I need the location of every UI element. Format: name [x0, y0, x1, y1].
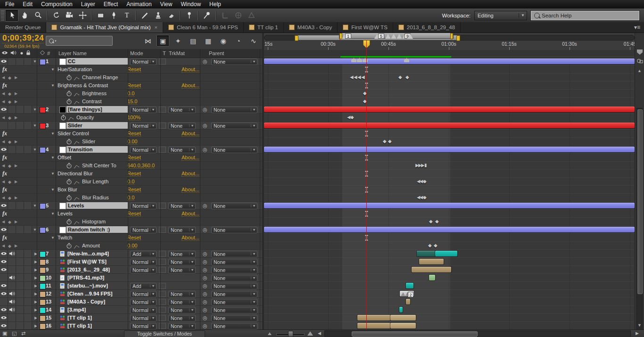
scroll-down-icon[interactable]: ▼	[637, 323, 642, 328]
shape-tool-icon[interactable]	[94, 9, 107, 22]
auto-keyframe-icon[interactable]: ◔	[232, 35, 245, 47]
effect-reset-link[interactable]: Reset	[127, 235, 141, 241]
mode-dropdown[interactable]: Normal▼	[130, 307, 157, 313]
audio-toggle[interactable]	[8, 202, 16, 209]
prev-keyframe-icon[interactable]: ◀	[2, 196, 5, 200]
fx-badge-icon[interactable]: fx	[2, 234, 7, 241]
scroll-up-icon[interactable]: ▲	[637, 68, 642, 73]
trkmat-dropdown[interactable]: None▼	[168, 203, 196, 209]
clone-stamp-tool-icon[interactable]	[151, 9, 165, 22]
effect-name[interactable]: Brightness & Contrast	[58, 82, 108, 88]
prev-keyframe-icon[interactable]: ◀	[2, 91, 5, 96]
lock-toggle[interactable]	[24, 146, 32, 153]
layer-name[interactable]: [TT clip 1]	[67, 315, 92, 321]
layer-duration-bar[interactable]	[412, 267, 451, 272]
expand-layer-switches-icon[interactable]: ▣	[2, 330, 7, 337]
timeline-zoom-thumb[interactable]	[288, 331, 293, 337]
solo-toggle[interactable]	[16, 146, 24, 153]
layer-name[interactable]: Slider	[66, 122, 128, 129]
motion-blur-icon[interactable]: ▦	[202, 35, 215, 47]
effect-reset-link[interactable]: Reset	[127, 211, 141, 217]
mode-dropdown[interactable]: Normal▼	[130, 267, 157, 273]
keyframe[interactable]: ▮	[424, 162, 427, 169]
next-keyframe-icon[interactable]: ▶	[15, 220, 17, 224]
parent-pickwhip-icon[interactable]: ◎	[203, 227, 207, 233]
effect-reset-link[interactable]: Reset	[127, 155, 141, 161]
parent-pickwhip-icon[interactable]: ◎	[203, 291, 207, 297]
effect-name[interactable]: Offset	[58, 155, 71, 160]
expand-toggle[interactable]: ▼	[51, 132, 55, 136]
fx-badge-icon[interactable]: fx	[2, 66, 7, 73]
label-color-chip[interactable]	[40, 307, 46, 313]
audio-toggle[interactable]	[8, 258, 16, 265]
layer-duration-bar[interactable]	[406, 299, 410, 304]
layer-swatch[interactable]	[59, 123, 66, 129]
parent-pickwhip-icon[interactable]: ◎	[203, 315, 207, 321]
layer-duration-bar[interactable]	[390, 323, 416, 329]
tab-tt-clip-1[interactable]: TT clip 1	[244, 22, 284, 33]
audio-toggle[interactable]	[8, 298, 16, 305]
comp-marker-icon[interactable]	[391, 34, 396, 39]
trkmat-dropdown[interactable]: None▼	[168, 323, 196, 329]
current-timecode[interactable]: 0;00;39;24	[2, 33, 44, 43]
zoom-out-icon[interactable]	[268, 332, 272, 335]
layer-name[interactable]: Random twitch :)	[66, 226, 128, 233]
trkmat-dropdown[interactable]: None▼	[168, 259, 196, 265]
parent-dropdown[interactable]: None▼	[211, 147, 257, 153]
pen-tool-icon[interactable]	[107, 9, 120, 22]
effect-name[interactable]: Hue/Saturation	[58, 66, 92, 72]
camera-tool-icon[interactable]	[63, 9, 76, 22]
expand-toggle[interactable]: ▼	[51, 83, 55, 88]
mode-dropdown[interactable]: Normal▼	[130, 147, 157, 153]
label-color-chip[interactable]	[40, 259, 46, 265]
expand-toggle[interactable]: ▼	[33, 123, 37, 128]
rotation-tool-icon[interactable]	[50, 9, 63, 22]
visibility-toggle[interactable]	[0, 202, 8, 209]
parent-pickwhip-icon[interactable]: ◎	[203, 275, 207, 281]
layer-duration-bar[interactable]	[419, 259, 444, 264]
visibility-toggle[interactable]	[0, 106, 8, 113]
layer-name[interactable]: [First W@W TS]	[67, 259, 107, 264]
next-keyframe-icon[interactable]: ▶	[15, 140, 17, 144]
parent-dropdown[interactable]: None▼	[211, 299, 257, 305]
lock-toggle[interactable]	[24, 58, 32, 65]
label-color-chip[interactable]	[40, 275, 46, 281]
effect-name[interactable]: Directional Blur	[58, 171, 93, 176]
label-color-chip[interactable]	[40, 147, 46, 153]
parent-pickwhip-icon[interactable]: ◎	[203, 307, 207, 313]
property-name[interactable]: Brightness	[82, 90, 107, 96]
lock-toggle[interactable]	[24, 122, 32, 129]
keyframe[interactable]: ◆	[398, 74, 402, 81]
label-color-chip[interactable]	[40, 107, 46, 113]
keyframe[interactable]: ◆	[423, 194, 427, 201]
tab-2013-6-8-8-29-48[interactable]: 2013_6_8_8_29_48	[393, 22, 461, 33]
audio-toggle[interactable]	[8, 322, 16, 329]
parent-dropdown[interactable]: None▼	[211, 283, 257, 289]
layer-swatch[interactable]	[59, 203, 66, 209]
label-color-chip[interactable]	[40, 227, 46, 233]
property-value[interactable]: 0.0	[127, 195, 134, 201]
layer-name[interactable]: Transition	[66, 146, 128, 153]
visibility-toggle[interactable]	[0, 250, 8, 257]
lock-toggle[interactable]	[24, 202, 32, 209]
layer-name[interactable]: Levels	[66, 202, 128, 209]
scroll-right-icon[interactable]: ▶	[636, 331, 639, 336]
mode-dropdown[interactable]: Add▼	[130, 251, 157, 257]
comp-marker-icon[interactable]	[396, 34, 402, 39]
audio-toggle[interactable]	[8, 282, 16, 289]
current-time-line[interactable]	[366, 41, 367, 329]
parent-dropdown[interactable]: None▼	[211, 251, 257, 257]
draft-3d-icon[interactable]: ▣	[157, 35, 169, 47]
stopwatch-icon[interactable]	[66, 163, 72, 170]
parent-pickwhip-icon[interactable]: ◎	[203, 267, 207, 273]
layer-duration-bar[interactable]	[357, 323, 390, 329]
audio-toggle[interactable]	[8, 274, 16, 281]
parent-pickwhip-icon[interactable]: ◎	[203, 283, 207, 289]
expand-toggle[interactable]: ▼	[33, 59, 37, 64]
parent-pickwhip-icon[interactable]: ◎	[203, 259, 207, 265]
mode-dropdown[interactable]: Normal▼	[130, 227, 157, 233]
parent-dropdown[interactable]: None▼	[211, 267, 257, 273]
lock-toggle[interactable]	[24, 306, 32, 313]
menu-effect[interactable]: Effect	[99, 0, 122, 8]
comp-marker-label[interactable]: 5	[378, 33, 384, 39]
